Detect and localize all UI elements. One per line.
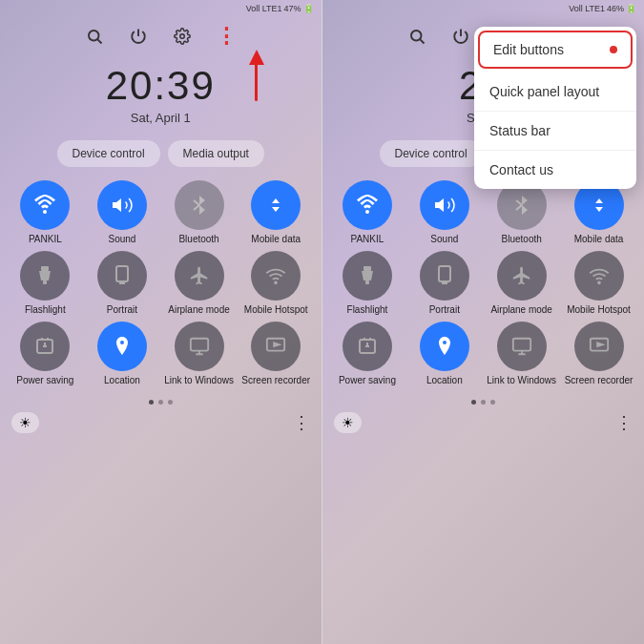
settings-button[interactable]	[169, 23, 196, 50]
contact-us-item[interactable]: Contact us	[474, 151, 636, 189]
right-battery-text: 46%	[607, 4, 624, 13]
right-network-icon: Voll LTE1	[569, 4, 605, 13]
right-toggle-hotspot[interactable]: Mobile Hotspot	[563, 251, 634, 316]
right-device-control-button[interactable]: Device control	[380, 140, 483, 167]
toggle-sound[interactable]: Sound	[87, 180, 158, 245]
toggle-airplane[interactable]: Airplane mode	[163, 251, 235, 316]
left-quick-panel-buttons: Device control Media output	[0, 127, 322, 175]
right-bottom-more-button[interactable]: ⋮	[615, 412, 633, 433]
battery-icon: 🔋	[303, 4, 314, 13]
toggle-link-windows[interactable]: Link to Windows	[163, 322, 235, 386]
right-dot-1	[471, 400, 476, 405]
screen-recorder-label: Screen recorder	[241, 375, 310, 386]
left-toggle-grid: PANKIL Sound Bluetooth Mobile data	[0, 175, 322, 392]
right-flashlight-label: Flashlight	[347, 304, 388, 316]
right-power-button[interactable]	[447, 23, 474, 50]
battery-text: 47%	[283, 4, 301, 13]
dot-2	[158, 400, 163, 405]
svg-rect-25	[513, 339, 530, 351]
svg-point-17	[365, 210, 369, 214]
right-toggle-portrait[interactable]: Portrait	[408, 251, 480, 316]
right-toggle-grid: PANKIL Sound Bluetooth Mobile data	[322, 175, 645, 392]
right-screen-recorder-icon	[574, 322, 624, 371]
right-brightness-control[interactable]: ☀	[334, 412, 362, 433]
right-power-saving-label: Power saving	[339, 375, 396, 386]
search-button[interactable]	[81, 23, 108, 50]
left-phone-panel: Voll LTE1 47% 🔋 ⋮ 20:39 Sat, April 1 Dev…	[0, 0, 322, 644]
link-windows-label: Link to Windows	[164, 375, 234, 386]
toggle-pankil[interactable]: PANKIL	[10, 180, 81, 245]
right-sound-label: Sound	[430, 234, 458, 245]
screen-recorder-icon	[251, 322, 301, 371]
left-bottom-bar: ☀ ⋮	[0, 408, 322, 437]
svg-rect-21	[365, 280, 369, 284]
svg-marker-27	[597, 343, 603, 346]
right-portrait-label: Portrait	[429, 304, 460, 316]
right-mobile-data-label: Mobile data	[574, 234, 624, 245]
media-output-button[interactable]: Media output	[168, 140, 264, 167]
arrow-shaft	[255, 63, 258, 101]
power-button[interactable]	[125, 23, 152, 50]
left-time: 20:39	[0, 63, 322, 109]
right-toggle-flashlight[interactable]: Flashlight	[332, 251, 404, 316]
airplane-label: Airplane mode	[168, 304, 229, 316]
toggle-power-saving[interactable]: Power saving	[10, 322, 81, 386]
svg-point-9	[275, 281, 277, 283]
bluetooth-label: Bluetooth	[178, 234, 218, 245]
right-portrait-icon	[420, 251, 469, 301]
svg-point-2	[180, 34, 185, 39]
right-search-button[interactable]	[404, 23, 430, 50]
svg-rect-8	[116, 266, 128, 281]
right-toggle-mobile-data[interactable]: Mobile data	[563, 180, 634, 245]
bottom-more-button[interactable]: ⋮	[293, 412, 310, 433]
brightness-control[interactable]: ☀	[11, 412, 39, 433]
sound-label: Sound	[108, 234, 135, 245]
sound-icon	[97, 180, 147, 230]
right-toggle-pankil[interactable]: PANKIL	[332, 180, 404, 245]
svg-point-3	[43, 210, 47, 214]
svg-marker-13	[274, 343, 280, 346]
right-toggle-bluetooth[interactable]: Bluetooth	[486, 180, 557, 245]
right-dot-2	[481, 400, 486, 405]
hotspot-label: Mobile Hotspot	[244, 304, 308, 316]
right-toggle-screen-recorder[interactable]: Screen recorder	[563, 322, 634, 386]
svg-line-18	[516, 200, 522, 205]
more-button[interactable]: ⋮	[213, 23, 239, 50]
right-toggle-location[interactable]: Location	[408, 322, 480, 386]
bluetooth-icon	[175, 180, 224, 230]
right-toggle-power-saving[interactable]: Power saving	[332, 322, 404, 386]
pankil-label: PANKIL	[29, 234, 62, 245]
toggle-portrait[interactable]: Portrait	[87, 251, 158, 316]
hotspot-icon	[251, 251, 301, 301]
right-status-icons: Voll LTE1 46% 🔋	[569, 4, 636, 13]
edit-buttons-label: Edit buttons	[493, 42, 564, 57]
right-dots-indicator	[322, 392, 645, 408]
toggle-location[interactable]: Location	[87, 322, 158, 386]
svg-line-5	[194, 205, 199, 210]
right-bluetooth-label: Bluetooth	[502, 234, 542, 245]
right-toggle-sound[interactable]: Sound	[408, 180, 480, 245]
svg-line-1	[98, 39, 102, 43]
portrait-icon	[97, 251, 147, 301]
left-status-bar: Voll LTE1 47% 🔋	[0, 0, 322, 17]
edit-buttons-item[interactable]: Edit buttons	[478, 31, 633, 69]
right-sound-icon	[420, 180, 469, 230]
left-status-icons: Voll LTE1 47% 🔋	[246, 4, 314, 13]
toggle-mobile-data[interactable]: Mobile data	[240, 180, 312, 245]
quick-panel-layout-item[interactable]: Quick panel layout	[474, 73, 636, 112]
right-dot-3	[490, 400, 495, 405]
toggle-flashlight[interactable]: Flashlight	[10, 251, 81, 316]
right-hotspot-label: Mobile Hotspot	[567, 304, 631, 316]
right-toggle-airplane[interactable]: Airplane mode	[486, 251, 557, 316]
toggle-bluetooth[interactable]: Bluetooth	[163, 180, 235, 245]
toggle-screen-recorder[interactable]: Screen recorder	[240, 322, 312, 386]
arrow-indicator	[249, 50, 264, 101]
network-icon: Voll LTE1	[246, 4, 282, 13]
status-bar-item[interactable]: Status bar	[474, 112, 636, 151]
left-date: Sat, April 1	[0, 111, 322, 125]
toggle-hotspot[interactable]: Mobile Hotspot	[240, 251, 312, 316]
device-control-button[interactable]: Device control	[57, 140, 160, 167]
status-bar-label: Status bar	[489, 123, 551, 138]
right-status-bar: Voll LTE1 46% 🔋	[322, 0, 645, 17]
right-toggle-link-windows[interactable]: Link to Windows	[486, 322, 557, 386]
